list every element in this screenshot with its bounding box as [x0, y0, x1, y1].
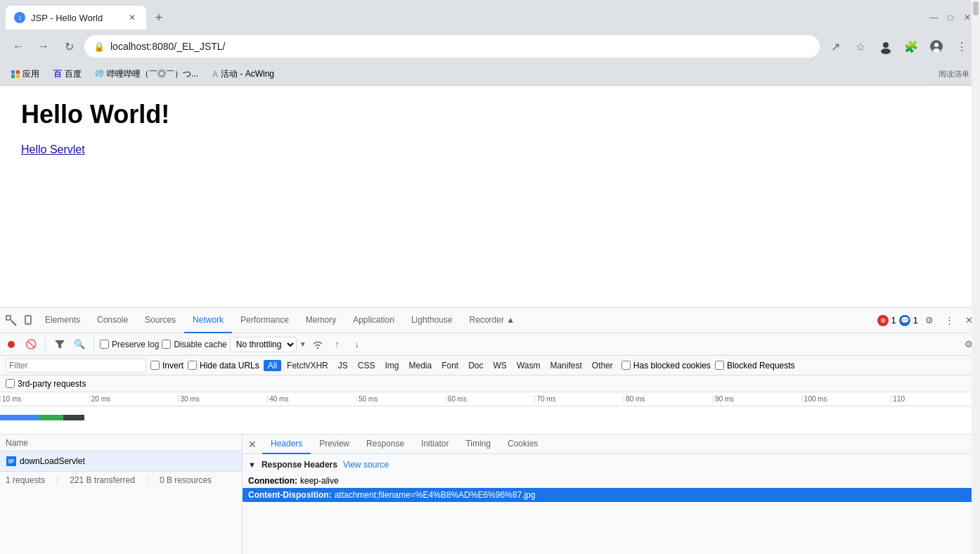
network-table-container: Name downLoadServlet 1 requests | 221 B …: [0, 434, 980, 554]
filter-input[interactable]: [6, 359, 146, 373]
hide-data-urls-checkbox[interactable]: Hide data URLs: [188, 361, 259, 371]
tab-sources[interactable]: Sources: [136, 308, 184, 333]
warn-count: 1: [913, 315, 918, 326]
third-party-checkbox[interactable]: 3rd-party requests: [6, 379, 86, 389]
bookmark-acwing[interactable]: A 活动 - AcWing: [207, 67, 280, 82]
filter-tag-other[interactable]: Other: [588, 360, 617, 371]
timeline-bar-dark: [63, 415, 84, 420]
tab-close-button[interactable]: ✕: [127, 12, 138, 23]
tab-network[interactable]: Network: [184, 308, 232, 333]
has-blocked-cookies-checkbox[interactable]: Has blocked cookies: [621, 361, 711, 371]
section-title: ▼ Response Headers View source: [248, 460, 974, 470]
response-tab-initiator[interactable]: Initiator: [413, 434, 457, 454]
preserve-log-checkbox[interactable]: Preserve log: [100, 340, 159, 349]
bookmark-baidu-label: 百度: [65, 68, 82, 80]
bookmark-baidu[interactable]: 百 百度: [48, 67, 87, 82]
response-tab-cookies[interactable]: Cookies: [499, 434, 546, 454]
resources-size: 0 B resources: [160, 475, 212, 485]
tab-lighthouse[interactable]: Lighthouse: [403, 308, 461, 333]
maximize-button[interactable]: □: [943, 11, 958, 25]
new-tab-button[interactable]: +: [149, 8, 169, 27]
tick-20ms: 20 ms: [89, 395, 179, 403]
filter-tag-css[interactable]: CSS: [354, 360, 380, 371]
bookmark-bilibili[interactable]: 哔 哔哩哔哩（￣◎￣）つ...: [90, 67, 204, 82]
throttle-select[interactable]: No throttling: [230, 337, 297, 352]
clear-button[interactable]: 🚫: [22, 336, 39, 353]
forward-button[interactable]: →: [34, 37, 53, 56]
timeline-bar-blue: [0, 415, 42, 420]
window-controls: — □ ✕: [927, 11, 974, 25]
svg-point-9: [27, 322, 29, 323]
svg-point-6: [933, 49, 940, 53]
tab-performance[interactable]: Performance: [232, 308, 297, 333]
reading-list-area: 阅读清单: [934, 67, 974, 82]
filter-tag-fetch[interactable]: Fetch/XHR: [283, 360, 333, 371]
tab-elements[interactable]: Elements: [37, 308, 89, 333]
svg-point-3: [881, 49, 891, 54]
response-tab-headers[interactable]: Headers: [262, 434, 311, 454]
hello-servlet-link[interactable]: Hello Servlet: [21, 143, 85, 155]
minimize-button[interactable]: —: [927, 11, 941, 25]
baidu-icon: 百: [53, 68, 62, 80]
filter-tag-wasm[interactable]: Wasm: [512, 360, 545, 371]
back-button[interactable]: ←: [8, 37, 28, 56]
filter-tag-media[interactable]: Media: [404, 360, 436, 371]
upload-icon[interactable]: ↑: [329, 336, 346, 353]
network-status-bar: 1 requests | 221 B transferred | 0 B res…: [0, 471, 242, 488]
devtools-more-button[interactable]: ⋮: [941, 312, 958, 329]
filter-tag-doc[interactable]: Doc: [464, 360, 487, 371]
profile-icon[interactable]: [876, 37, 896, 56]
filter-tag-js[interactable]: JS: [334, 360, 352, 371]
search-button[interactable]: 🔍: [71, 336, 88, 353]
browser-tab[interactable]: J JSP - Hello World ✕: [6, 6, 146, 30]
tab-application[interactable]: Application: [344, 308, 403, 333]
record-button[interactable]: [3, 336, 20, 353]
header-row-content-disposition: Content-Disposition: attachment;filename…: [243, 488, 980, 502]
lock-icon: 🔒: [94, 41, 105, 52]
tab-memory[interactable]: Memory: [297, 308, 344, 333]
section-collapse-arrow[interactable]: ▼: [248, 460, 256, 469]
tab-console[interactable]: Console: [89, 308, 136, 333]
reading-list-button[interactable]: 阅读清单: [934, 67, 974, 82]
close-response-button[interactable]: ✕: [243, 439, 262, 450]
blocked-requests-checkbox[interactable]: Blocked Requests: [715, 361, 795, 371]
response-tab-preview[interactable]: Preview: [311, 434, 358, 454]
devtools-inspect-button[interactable]: [3, 312, 20, 329]
view-source-link[interactable]: View source: [343, 460, 389, 470]
acwing-icon: A: [212, 70, 218, 79]
header-row-connection: Connection: keep-alive: [248, 474, 974, 488]
address-bar-actions: ↗ ☆ 🧩 ⋮: [825, 37, 972, 56]
extensions-icon[interactable]: 🧩: [901, 37, 921, 56]
toolbar-divider-2: [94, 337, 94, 352]
devtools-device-button[interactable]: [20, 312, 37, 329]
bookmark-icon[interactable]: ☆: [851, 37, 870, 56]
user-icon[interactable]: [927, 37, 946, 56]
filter-tag-font[interactable]: Font: [437, 360, 463, 371]
filter-tag-all[interactable]: All: [264, 360, 281, 371]
response-headers-section: ▼ Response Headers View source Connectio…: [243, 454, 980, 508]
tab-recorder[interactable]: Recorder ▲: [461, 308, 524, 333]
tab-bar: J JSP - Hello World ✕ + — □ ✕: [0, 0, 980, 30]
bookmark-acwing-label: 活动 - AcWing: [221, 68, 274, 80]
download-icon[interactable]: ↓: [349, 336, 366, 353]
filter-button[interactable]: [51, 336, 68, 353]
url-bar[interactable]: 🔒 localhost:8080/_EL_JSTL/: [84, 35, 820, 58]
devtools-tabs-right: ⊗ 1 💬 1 ⚙ ⋮ ✕: [877, 312, 977, 329]
response-tab-timing[interactable]: Timing: [457, 434, 499, 454]
invert-checkbox[interactable]: Invert: [150, 361, 183, 371]
filter-tag-img[interactable]: Img: [380, 360, 403, 371]
network-row-download-servlet[interactable]: downLoadServlet: [0, 451, 242, 471]
filter-tag-ws[interactable]: WS: [489, 360, 511, 371]
tick-90ms: 90 ms: [713, 395, 802, 403]
bookmark-apps[interactable]: 应用: [6, 67, 45, 82]
share-icon[interactable]: ↗: [825, 37, 845, 56]
filter-tag-manifest[interactable]: Manifest: [546, 360, 586, 371]
menu-icon[interactable]: ⋮: [952, 37, 972, 56]
url-text: localhost:8080/_EL_JSTL/: [110, 41, 225, 52]
transferred-size: 221 B transferred: [70, 475, 135, 485]
response-tab-response[interactable]: Response: [358, 434, 413, 454]
timeline-ruler: 10 ms 20 ms 30 ms 40 ms 50 ms 60 ms 70 m…: [0, 392, 980, 406]
disable-cache-checkbox[interactable]: Disable cache: [162, 340, 226, 349]
reload-button[interactable]: ↻: [59, 37, 79, 56]
devtools-settings-button[interactable]: ⚙: [921, 312, 938, 329]
